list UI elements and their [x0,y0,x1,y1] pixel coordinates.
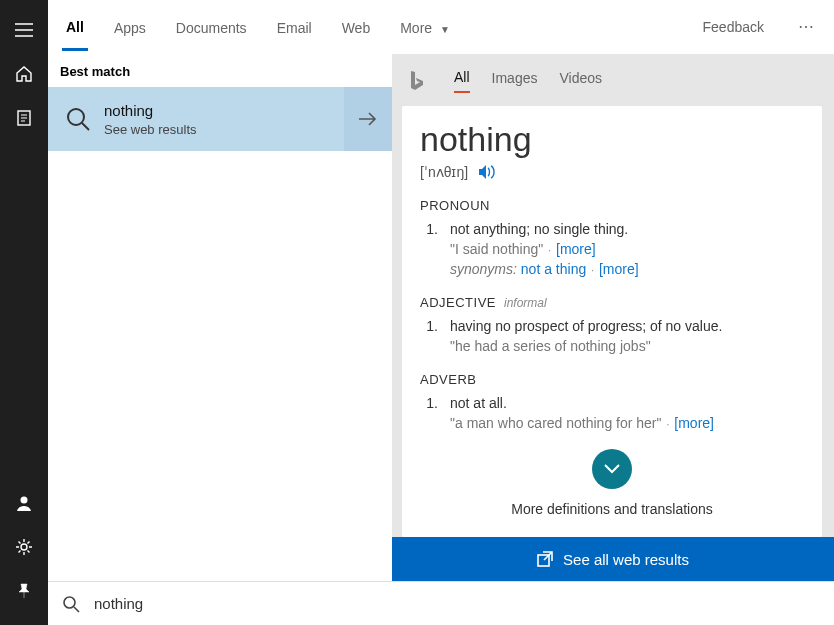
pos-adjective: ADJECTIVEinformal [420,295,804,310]
definition-text: not anything; no single thing. [450,221,628,237]
content-area: Best match nothing See web results [48,54,834,581]
definition-2: 1. having no prospect of progress; of no… [420,318,804,354]
main-column: All Apps Documents Email Web More ▼ Feed… [48,0,834,625]
results-column: Best match nothing See web results [48,54,392,581]
tab-all[interactable]: All [62,3,88,51]
settings-icon[interactable] [0,525,48,569]
example-text: "he had a series of nothing jobs" [450,338,804,354]
result-web-search[interactable]: nothing See web results [48,87,344,151]
svg-point-5 [64,597,75,608]
dictionary-word: nothing [420,120,804,159]
chevron-down-icon: ▼ [440,24,450,35]
external-link-icon [537,551,553,567]
search-input[interactable] [94,595,820,612]
example-text: "a man who cared nothing for her" [450,415,662,431]
user-icon[interactable] [0,481,48,525]
more-options-icon[interactable]: ⋯ [792,17,820,36]
result-subtitle: See web results [104,122,197,137]
pos-pronoun: PRONOUN [420,198,804,213]
tab-email[interactable]: Email [273,4,316,49]
svg-point-2 [21,544,27,550]
expand-button[interactable] [592,449,632,489]
hamburger-icon[interactable] [0,8,48,52]
example-text: "I said nothing" [450,241,543,257]
bing-tab-all[interactable]: All [454,69,470,93]
search-icon [58,99,98,139]
tab-more-label: More [400,20,432,36]
result-title: nothing [104,102,197,119]
definition-3: 1. not at all. "a man who cared nothing … [420,395,804,431]
pronunciation-text: [ˈnʌθɪŋ] [420,164,468,180]
best-match-header: Best match [48,54,392,87]
see-all-label: See all web results [563,551,689,568]
bing-tab-images[interactable]: Images [492,70,538,92]
svg-point-3 [68,109,84,125]
timeline-icon[interactable] [0,96,48,140]
more-definitions-text: More definitions and translations [420,501,804,517]
more-link[interactable]: [more] [674,415,714,431]
definition-text: not at all. [450,395,507,411]
svg-point-1 [21,497,28,504]
pin-icon[interactable] [0,569,48,613]
tab-apps[interactable]: Apps [110,4,150,49]
preview-column: All Images Videos nothing [ˈnʌθɪŋ] PRONO… [392,54,834,581]
more-link[interactable]: [more] [599,261,639,277]
left-navigation-rail [0,0,48,625]
speaker-icon[interactable] [478,164,496,180]
bing-tabs: All Images Videos [402,60,822,102]
bing-tab-videos[interactable]: Videos [559,70,602,92]
search-bar [48,581,834,625]
open-preview-button[interactable] [344,87,392,151]
tab-more[interactable]: More ▼ [396,4,454,49]
home-icon[interactable] [0,52,48,96]
informal-label: informal [504,296,547,310]
search-icon [62,595,80,613]
tab-documents[interactable]: Documents [172,4,251,49]
pos-adverb: ADVERB [420,372,804,387]
search-category-tabs: All Apps Documents Email Web More ▼ Feed… [48,0,834,54]
definition-text: having no prospect of progress; of no va… [450,318,722,334]
synonyms-label: synonyms: [450,261,517,277]
definition-1: 1. not anything; no single thing. "I sai… [420,221,804,277]
expand-section: More definitions and translations [420,449,804,517]
dictionary-card: nothing [ˈnʌθɪŋ] PRONOUN 1. not anything… [402,106,822,537]
more-link[interactable]: [more] [556,241,596,257]
bing-logo-icon [408,70,426,92]
tab-web[interactable]: Web [338,4,375,49]
see-all-web-results-button[interactable]: See all web results [392,537,834,581]
synonym-link[interactable]: not a thing [521,261,586,277]
result-row: nothing See web results [48,87,392,151]
feedback-link[interactable]: Feedback [703,19,770,35]
